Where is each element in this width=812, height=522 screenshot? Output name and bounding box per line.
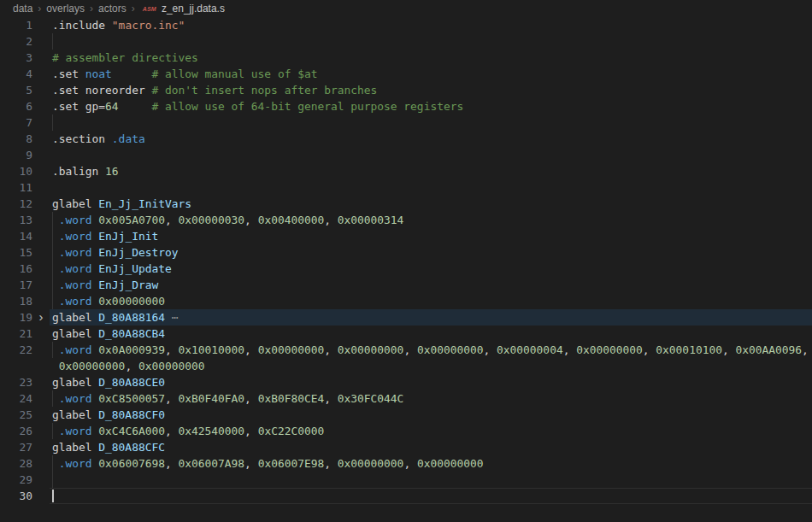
line-number[interactable]: 11 <box>0 179 32 196</box>
line-number[interactable]: 17 <box>0 277 32 293</box>
line-content[interactable] <box>50 33 812 50</box>
code-line-9[interactable]: 9 <box>0 147 812 163</box>
code-line-10[interactable]: 10.balign 16 <box>0 163 812 179</box>
line-number[interactable]: 22 <box>0 342 32 358</box>
line-content[interactable]: .balign 16 <box>50 163 812 179</box>
line-number[interactable]: 13 <box>0 212 32 228</box>
line-number[interactable]: 10 <box>0 163 32 179</box>
code-line-25[interactable]: 25glabel D_80A88CF0 <box>0 407 812 423</box>
line-number[interactable]: 24 <box>0 390 32 407</box>
code-line-14[interactable]: 14 .word EnJj_Init <box>0 228 812 244</box>
line-number[interactable]: 1 <box>0 17 32 33</box>
code-line-12[interactable]: 12glabel En_Jj_InitVars <box>0 196 812 212</box>
code-line-18[interactable]: 18 .word 0x00000000 <box>0 293 812 309</box>
code-line-16[interactable]: 16 .word EnJj_Update <box>0 261 812 277</box>
line-content[interactable]: .include "macro.inc" <box>50 17 812 33</box>
line-number[interactable]: 18 <box>0 293 32 309</box>
line-number[interactable]: 16 <box>0 261 32 277</box>
line-content[interactable] <box>50 488 812 504</box>
line-number[interactable] <box>0 358 32 374</box>
line-content[interactable]: glabel En_Jj_InitVars <box>50 196 812 212</box>
code-line-5[interactable]: 5.set noreorder # don't insert nops afte… <box>0 82 812 98</box>
line-content[interactable]: .word 0x00000000 <box>50 293 812 309</box>
line-number[interactable]: 29 <box>0 472 32 488</box>
breadcrumb-item-overlays[interactable]: overlays <box>46 3 85 15</box>
code-line-3[interactable]: 3# assembler directives <box>0 50 812 66</box>
code-line-29[interactable]: 29 <box>0 472 812 488</box>
token-foreground: , <box>244 214 258 226</box>
line-content[interactable]: glabel D_80A88CE0 <box>50 374 812 390</box>
code-line-22[interactable]: 22 .word 0x0A000939, 0x10010000, 0x00000… <box>0 342 812 358</box>
indent-guide <box>52 472 53 488</box>
line-number[interactable]: 26 <box>0 423 32 439</box>
line-content[interactable] <box>50 114 812 131</box>
fold-chevron-icon[interactable]: › <box>32 309 50 326</box>
code-line-27[interactable]: 27glabel D_80A88CFC <box>0 439 812 455</box>
indent-guide <box>52 423 53 439</box>
code-line-wrap[interactable]: 0x00000000, 0x00000000 <box>0 358 812 374</box>
line-content[interactable]: .word EnJj_Update <box>50 261 812 277</box>
line-number[interactable]: 2 <box>0 33 32 50</box>
code-line-7[interactable]: 7 <box>0 114 812 131</box>
line-content[interactable]: .set noreorder # don't insert nops after… <box>50 82 812 98</box>
line-number[interactable]: 15 <box>0 244 32 261</box>
line-number[interactable]: 25 <box>0 407 32 423</box>
code-line-21[interactable]: 21glabel D_80A88CB4 <box>0 326 812 342</box>
code-line-26[interactable]: 26 .word 0xC4C6A000, 0x42540000, 0xC22C0… <box>0 423 812 439</box>
line-content[interactable]: .set noat # allow manual use of $at <box>50 66 812 82</box>
line-number[interactable]: 30 <box>0 488 32 504</box>
line-number[interactable]: 21 <box>0 326 32 342</box>
code-line-24[interactable]: 24 .word 0xC8500057, 0xB0F40FA0, 0xB0F80… <box>0 390 812 407</box>
line-content[interactable]: glabel D_80A88CB4 <box>50 326 812 342</box>
line-number[interactable]: 8 <box>0 131 32 147</box>
line-content[interactable]: glabel D_80A88164 ⋯ <box>50 309 812 326</box>
line-content[interactable]: 0x00000000, 0x00000000 <box>50 358 812 374</box>
line-content[interactable]: .word 0x0A000939, 0x10010000, 0x00000000… <box>50 342 812 358</box>
line-number[interactable]: 12 <box>0 196 32 212</box>
line-content[interactable] <box>50 472 812 488</box>
code-line-30[interactable]: 30 <box>0 488 812 504</box>
line-number[interactable]: 23 <box>0 374 32 390</box>
code-line-1[interactable]: 1.include "macro.inc" <box>0 17 812 33</box>
line-content[interactable]: .section .data <box>50 131 812 147</box>
line-number[interactable]: 5 <box>0 82 32 98</box>
token-foreground: glabel <box>52 197 98 210</box>
line-content[interactable]: .word 0x005A0700, 0x00000030, 0x00400000… <box>50 212 812 228</box>
line-content[interactable]: .word 0x06007698, 0x06007A98, 0x06007E98… <box>50 455 812 472</box>
line-content[interactable]: .set gp=64 # allow use of 64-bit general… <box>50 98 812 114</box>
code-line-8[interactable]: 8.section .data <box>0 131 812 147</box>
code-line-19[interactable]: 19›glabel D_80A88164 ⋯ <box>0 309 812 326</box>
code-line-15[interactable]: 15 .word EnJj_Destroy <box>0 244 812 261</box>
code-line-17[interactable]: 17 .word EnJj_Draw <box>0 277 812 293</box>
breadcrumb-item-data[interactable]: data <box>13 3 32 15</box>
line-number[interactable]: 6 <box>0 98 32 114</box>
line-number[interactable]: 27 <box>0 439 32 455</box>
code-line-28[interactable]: 28 .word 0x06007698, 0x06007A98, 0x06007… <box>0 455 812 472</box>
breadcrumb-file-name[interactable]: z_en_jj.data.s <box>162 3 225 15</box>
line-content[interactable] <box>50 179 812 196</box>
code-line-4[interactable]: 4.set noat # allow manual use of $at <box>0 66 812 82</box>
line-number[interactable]: 28 <box>0 455 32 472</box>
line-content[interactable] <box>50 147 812 163</box>
line-content[interactable]: glabel D_80A88CF0 <box>50 407 812 423</box>
line-content[interactable]: # assembler directives <box>50 50 812 66</box>
line-content[interactable]: .word 0xC4C6A000, 0x42540000, 0xC22C0000 <box>50 423 812 439</box>
breadcrumb-item-actors[interactable]: actors <box>98 3 127 15</box>
line-number[interactable]: 7 <box>0 114 32 131</box>
line-content[interactable]: .word EnJj_Init <box>50 228 812 244</box>
line-number[interactable]: 19 <box>0 309 32 326</box>
line-number[interactable]: 3 <box>0 50 32 66</box>
line-number[interactable]: 14 <box>0 228 32 244</box>
line-content[interactable]: .word 0xC8500057, 0xB0F40FA0, 0xB0F80CE4… <box>50 390 812 407</box>
line-content[interactable]: glabel D_80A88CFC <box>50 439 812 455</box>
line-content[interactable]: .word EnJj_Destroy <box>50 244 812 261</box>
line-content[interactable]: .word EnJj_Draw <box>50 277 812 293</box>
code-line-6[interactable]: 6.set gp=64 # allow use of 64-bit genera… <box>0 98 812 114</box>
code-line-23[interactable]: 23glabel D_80A88CE0 <box>0 374 812 390</box>
line-number[interactable]: 9 <box>0 147 32 163</box>
line-number[interactable]: 4 <box>0 66 32 82</box>
token-foreground <box>119 100 152 113</box>
code-line-2[interactable]: 2 <box>0 33 812 50</box>
code-line-11[interactable]: 11 <box>0 179 812 196</box>
code-line-13[interactable]: 13 .word 0x005A0700, 0x00000030, 0x00400… <box>0 212 812 228</box>
